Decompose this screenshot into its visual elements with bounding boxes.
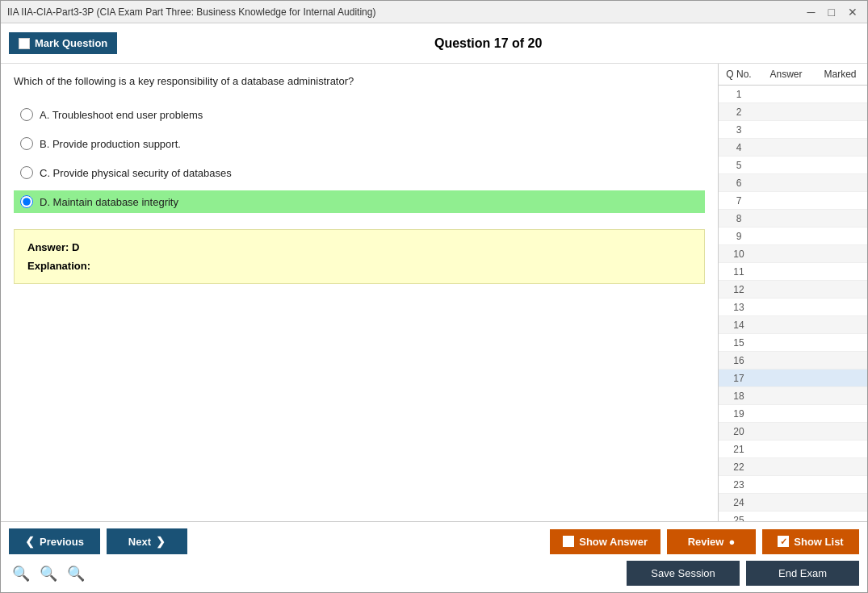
- sidebar-cell-answer: [759, 466, 813, 468]
- answer-line: Answer: D: [27, 241, 691, 253]
- sidebar-cell-num: 25: [719, 514, 759, 522]
- sidebar-cell-num: 14: [719, 319, 759, 332]
- main-window: IIA IIA-CIA-Part3-3P (CIA Exam Part Thre…: [0, 0, 868, 593]
- sidebar-cell-answer: [759, 413, 813, 415]
- save-session-button[interactable]: Save Session: [627, 561, 740, 586]
- review-button[interactable]: Review ●: [667, 529, 756, 554]
- sidebar-cell-marked: [813, 147, 867, 148]
- sidebar-row[interactable]: 20: [719, 423, 867, 441]
- sidebar-cell-num: 24: [719, 496, 759, 509]
- sidebar-cell-num: 23: [719, 478, 759, 491]
- sidebar: Q No. Answer Marked 1 2 3 4 5 6: [718, 64, 867, 521]
- close-icon[interactable]: ✕: [845, 6, 861, 19]
- option-a[interactable]: A. Troubleshoot end user problems: [14, 103, 705, 126]
- zoom-out-button[interactable]: 🔍: [9, 563, 33, 584]
- question-title: Question 17 of 20: [117, 36, 859, 51]
- next-arrow-icon: ❯: [156, 535, 166, 548]
- sidebar-row[interactable]: 12: [719, 281, 867, 299]
- show-answer-label: Show Answer: [579, 536, 648, 548]
- sidebar-cell-answer: [759, 111, 813, 113]
- sidebar-cell-marked: [813, 253, 867, 255]
- sidebar-row[interactable]: 19: [719, 405, 867, 423]
- sidebar-row[interactable]: 14: [719, 316, 867, 334]
- zoom-normal-button[interactable]: 🔍: [36, 563, 61, 584]
- options-list: A. Troubleshoot end user problems B. Pro…: [14, 103, 705, 213]
- sidebar-row[interactable]: 6: [719, 174, 867, 192]
- maximize-icon[interactable]: □: [825, 6, 838, 19]
- sidebar-cell-answer: [759, 129, 813, 131]
- sidebar-row[interactable]: 21: [719, 441, 867, 458]
- option-a-label: A. Troubleshoot end user problems: [40, 109, 203, 121]
- sidebar-cell-answer: [759, 360, 813, 361]
- sidebar-cell-num: 2: [719, 106, 759, 119]
- radio-b[interactable]: [20, 137, 33, 150]
- sidebar-cell-marked: [813, 218, 867, 219]
- end-exam-button[interactable]: End Exam: [746, 561, 859, 586]
- sidebar-row[interactable]: 17: [719, 370, 867, 387]
- sidebar-header-marked: Marked: [813, 67, 867, 81]
- sidebar-cell-marked: [813, 378, 867, 379]
- minimize-icon[interactable]: ─: [804, 6, 819, 19]
- zoom-in-button[interactable]: 🔍: [64, 563, 88, 584]
- sidebar-row[interactable]: 8: [719, 210, 867, 228]
- sidebar-row[interactable]: 22: [719, 458, 867, 476]
- sidebar-cell-num: 22: [719, 461, 759, 474]
- sidebar-cell-marked: [813, 502, 867, 503]
- sidebar-row[interactable]: 23: [719, 476, 867, 494]
- sidebar-cell-num: 15: [719, 336, 759, 349]
- sidebar-cell-marked: [813, 129, 867, 131]
- next-button[interactable]: Next ❯: [107, 528, 187, 554]
- sidebar-cell-num: 13: [719, 301, 759, 314]
- radio-c[interactable]: [20, 166, 33, 179]
- mark-question-button[interactable]: Mark Question: [9, 32, 117, 54]
- show-list-button[interactable]: ✓ Show List: [762, 529, 859, 554]
- title-bar-controls: ─ □ ✕: [804, 6, 861, 19]
- question-area: Which of the following is a key responsi…: [1, 64, 718, 521]
- option-b[interactable]: B. Provide production support.: [14, 132, 705, 155]
- sidebar-row[interactable]: 25: [719, 512, 867, 521]
- sidebar-row[interactable]: 9: [719, 228, 867, 245]
- mark-question-label: Mark Question: [35, 37, 107, 49]
- sidebar-cell-marked: [813, 342, 867, 344]
- radio-a[interactable]: [20, 108, 33, 121]
- sidebar-row[interactable]: 7: [719, 192, 867, 210]
- sidebar-row[interactable]: 4: [719, 139, 867, 157]
- sidebar-cell-answer: [759, 165, 813, 166]
- sidebar-row[interactable]: 2: [719, 103, 867, 121]
- sidebar-row[interactable]: 5: [719, 157, 867, 174]
- sidebar-row[interactable]: 1: [719, 86, 867, 103]
- sidebar-row[interactable]: 3: [719, 121, 867, 139]
- sidebar-cell-num: 10: [719, 248, 759, 261]
- sidebar-cell-answer: [759, 253, 813, 255]
- option-c[interactable]: C. Provide physical security of database…: [14, 161, 705, 184]
- radio-d[interactable]: [20, 195, 33, 208]
- sidebar-cell-marked: [813, 236, 867, 237]
- sidebar-row[interactable]: 16: [719, 352, 867, 370]
- option-b-label: B. Provide production support.: [40, 138, 181, 150]
- review-label: Review: [688, 536, 724, 548]
- sidebar-row[interactable]: 13: [719, 299, 867, 316]
- sidebar-cell-marked: [813, 466, 867, 468]
- sidebar-cell-marked: [813, 182, 867, 184]
- sidebar-cell-answer: [759, 502, 813, 503]
- option-d[interactable]: D. Maintain database integrity: [14, 190, 705, 213]
- sidebar-row[interactable]: 10: [719, 245, 867, 263]
- action-row: 🔍 🔍 🔍 Save Session End Exam: [1, 561, 867, 592]
- sidebar-row[interactable]: 11: [719, 263, 867, 281]
- title-bar: IIA IIA-CIA-Part3-3P (CIA Exam Part Thre…: [1, 1, 867, 23]
- sidebar-row[interactable]: 18: [719, 387, 867, 405]
- previous-button[interactable]: ❮ Previous: [9, 528, 100, 554]
- sidebar-cell-num: 5: [719, 159, 759, 172]
- show-answer-button[interactable]: Show Answer: [550, 529, 660, 554]
- sidebar-cell-num: 9: [719, 230, 759, 243]
- sidebar-row[interactable]: 15: [719, 334, 867, 352]
- sidebar-row[interactable]: 24: [719, 494, 867, 512]
- save-session-label: Save Session: [651, 567, 715, 579]
- show-answer-checkbox-icon: [563, 536, 574, 547]
- sidebar-cell-marked: [813, 165, 867, 166]
- show-list-check-icon: ✓: [778, 536, 789, 547]
- end-exam-label: End Exam: [778, 567, 827, 579]
- sidebar-cell-marked: [813, 307, 867, 308]
- sidebar-cell-answer: [759, 395, 813, 397]
- previous-arrow-icon: ❮: [25, 535, 35, 548]
